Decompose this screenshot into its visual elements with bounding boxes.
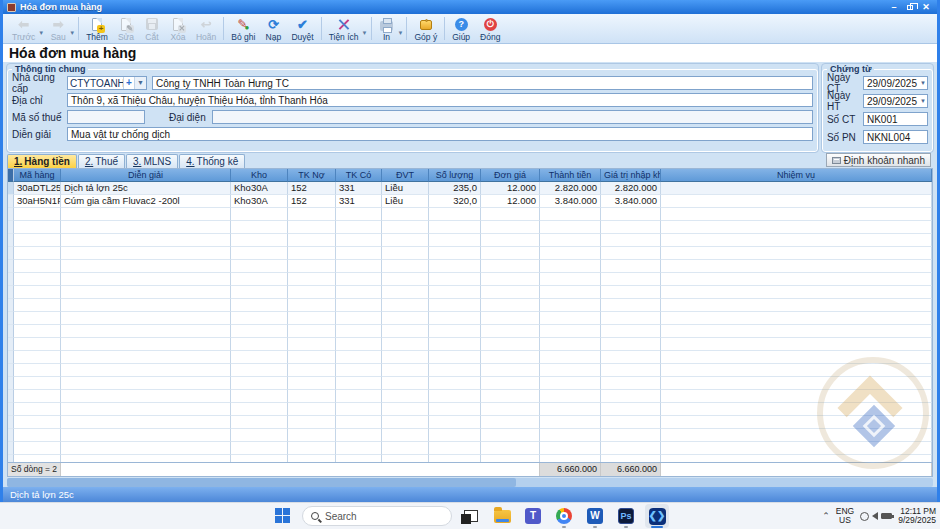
toolbar-button-10[interactable]: ✔Duyệt: [286, 14, 318, 43]
grid-cell[interactable]: 2.820.000: [540, 182, 601, 195]
grid-cell: [231, 273, 288, 286]
toolbar-button-14[interactable]: ?Giúp: [447, 14, 475, 43]
doc-field-input-4[interactable]: NKNL004: [863, 130, 928, 144]
battery-icon[interactable]: [881, 513, 892, 519]
taskbar-app-accounting-app[interactable]: ❮❯: [645, 504, 669, 528]
doc-field-input-3[interactable]: NK001: [863, 112, 928, 126]
grid-cell: [601, 325, 661, 338]
grid-cell[interactable]: 152: [288, 195, 336, 208]
clock[interactable]: 12:11 PM9/29/2025: [898, 507, 936, 526]
description-field[interactable]: Mua vật tư chống dịch: [67, 127, 813, 141]
window-titlebar[interactable]: Hóa đơn mua hàng – ✕: [3, 0, 937, 14]
doc-field-input-1[interactable]: 29/09/2025▼: [863, 76, 928, 90]
grid-header-cell: Nhiệm vụ: [661, 169, 932, 182]
tab-4[interactable]: 4. Thống kê: [179, 154, 245, 168]
supplier-add-button[interactable]: +: [123, 77, 134, 89]
grid-cell: [429, 416, 481, 429]
restore-button[interactable]: [903, 2, 917, 13]
supplier-name-field[interactable]: Công ty TNHH Toàn Hưng TC: [152, 76, 813, 90]
grid-data-row[interactable]: 30aH5N1FI2...Cúm gia cầm Fluvac2 -200lKh…: [8, 195, 932, 208]
supplier-dropdown-icon[interactable]: ▼: [134, 77, 146, 89]
representative-field[interactable]: [212, 110, 813, 124]
tax-code-field[interactable]: [67, 110, 145, 124]
supplier-code-value[interactable]: CTYTOANHUN: [68, 77, 123, 89]
grid-cell: [540, 442, 601, 455]
grid-cell[interactable]: 30aH5N1FI2...: [14, 195, 61, 208]
toolbar-button-12[interactable]: In: [374, 14, 400, 43]
network-icon[interactable]: [860, 512, 869, 521]
grid-cell[interactable]: 12.000: [481, 182, 540, 195]
toolbar-button-3[interactable]: +Thêm: [81, 14, 113, 43]
grid-cell[interactable]: Cúm gia cầm Fluvac2 -200l: [61, 195, 231, 208]
toolbar-button-4[interactable]: ✎Sửa: [113, 14, 139, 43]
grid-cell: [601, 273, 661, 286]
close-button[interactable]: ✕: [919, 2, 933, 13]
grid-cell[interactable]: 235,0: [429, 182, 481, 195]
grid-empty-row: [8, 286, 932, 299]
grid-cell: [481, 325, 540, 338]
grid-cell[interactable]: Dịch tả lợn 25c: [61, 182, 231, 195]
tab-3[interactable]: 3. MLNS: [126, 154, 178, 168]
taskbar-app-chrome[interactable]: [552, 504, 576, 528]
grid-empty-row: [8, 455, 932, 462]
date-dropdown-icon[interactable]: ▼: [920, 98, 926, 104]
grid-cell[interactable]: 331: [336, 182, 382, 195]
minimize-button[interactable]: –: [887, 2, 901, 13]
toolbar-button-1[interactable]: ⬅Trước: [7, 14, 40, 43]
grid-cell: [61, 364, 231, 377]
quick-entry-button[interactable]: Định khoản nhanh: [826, 153, 931, 167]
tab-2[interactable]: 2. Thuế: [78, 154, 125, 168]
grid-cell[interactable]: 30aDTL25: [14, 182, 61, 195]
toolbar-button-11[interactable]: Tiện ích: [324, 14, 364, 43]
address-field[interactable]: Thôn 9, xã Thiệu Châu, huyện Thiệu Hóa, …: [67, 93, 813, 107]
start-button[interactable]: [271, 504, 295, 528]
grid-cell[interactable]: Liều: [382, 195, 429, 208]
grid-cell[interactable]: 3.840.000: [540, 195, 601, 208]
volume-icon[interactable]: [872, 512, 878, 520]
taskbar-search[interactable]: Search: [302, 506, 452, 526]
tray-icons[interactable]: [860, 512, 892, 521]
date-dropdown-icon[interactable]: ▼: [920, 80, 926, 86]
taskbar-app-word[interactable]: W: [583, 504, 607, 528]
grid-cell[interactable]: 12.000: [481, 195, 540, 208]
grid-empty-row: [8, 403, 932, 416]
doc-field-input-2[interactable]: 29/09/2025▼: [863, 94, 928, 108]
taskbar-app-file-explorer[interactable]: [490, 504, 514, 528]
toolbar-button-5[interactable]: Cắt: [139, 14, 165, 43]
toolbar-button-15[interactable]: ⏻Đóng: [475, 14, 505, 43]
tab-1[interactable]: 1. Hàng tiền: [7, 154, 77, 168]
grid-header-cell: Đơn giá: [481, 169, 540, 182]
language-indicator[interactable]: ENGUS: [836, 507, 854, 525]
grid-empty-row: [8, 299, 932, 312]
taskbar-app-teams[interactable]: T: [521, 504, 545, 528]
tray-chevron-icon[interactable]: ⌃: [822, 511, 830, 521]
grid-cell[interactable]: 2.820.000: [601, 182, 661, 195]
horizontal-scrollbar[interactable]: [7, 478, 933, 487]
toolbar-button-13[interactable]: Góp ý: [409, 14, 442, 43]
toolbar-button-9[interactable]: ⟳Nạp: [260, 14, 286, 43]
taskbar-app-photoshop[interactable]: Ps: [614, 504, 638, 528]
grid-cell[interactable]: 152: [288, 182, 336, 195]
grid-cell: [661, 234, 932, 247]
grid-cell[interactable]: Kho30A: [231, 195, 288, 208]
grid-cell: [14, 455, 61, 462]
toolbar-button-7[interactable]: ↩Hoãn: [191, 14, 221, 43]
grid-cell: [661, 338, 932, 351]
grid-cell[interactable]: 320,0: [429, 195, 481, 208]
grid-data-row[interactable]: 30aDTL25Dịch tả lợn 25cKho30A152331Liều2…: [8, 182, 932, 195]
grid-cell[interactable]: Liều: [382, 182, 429, 195]
grid-cell[interactable]: 331: [336, 195, 382, 208]
supplier-combo[interactable]: CTYTOANHUN + ▼: [67, 76, 147, 90]
grid-cell[interactable]: 3.840.000: [601, 195, 661, 208]
taskbar-app-task-view[interactable]: [459, 504, 483, 528]
grid-cell: [481, 208, 540, 221]
toolbar-button-2[interactable]: ➡Sau: [45, 14, 71, 43]
toolbar-button-6[interactable]: ✕Xóa: [165, 14, 191, 43]
scrollbar-thumb[interactable]: [7, 478, 516, 487]
grid-cell[interactable]: Kho30A: [231, 182, 288, 195]
grid-cell: [540, 247, 601, 260]
toolbar-button-8[interactable]: ✎●Bỏ ghi: [226, 14, 260, 43]
grid-empty-row: [8, 260, 932, 273]
grid-cell: [382, 338, 429, 351]
total-stock-value: 6.660.000: [601, 463, 661, 476]
